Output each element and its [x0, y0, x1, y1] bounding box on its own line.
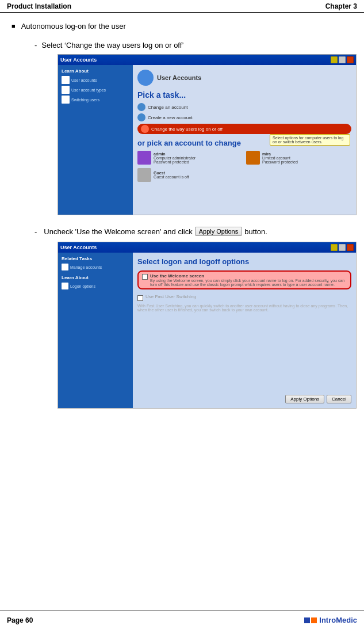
mira-info: mira Limited accountPassword protected: [262, 152, 298, 164]
screenshot2-body: Related Tasks Manage accounts Learn Abou…: [58, 253, 356, 408]
screenshot2: User Accounts Related Tasks Manage a: [58, 242, 357, 409]
bullet-text: Autonomous log-on for the user: [21, 22, 126, 31]
screenshot2-container: User Accounts Related Tasks Manage a: [58, 242, 352, 409]
task-create-label: Create a new account: [148, 115, 193, 120]
guest-avatar: [137, 168, 151, 182]
logon-icon: [62, 283, 68, 289]
sidebar-item-useraccts: User accounts: [62, 76, 129, 84]
step2-row: - Uncheck 'Use the Welcome screen' and c…: [35, 227, 352, 236]
accounts-grid: admin Computer administratorPassword pro…: [137, 151, 351, 182]
step1-row: - Select ‘Change the way users log on or…: [35, 41, 352, 49]
logon-title: Select logon and logoff options: [137, 257, 351, 266]
tooltip-text: Select options for computer users to log…: [273, 136, 343, 144]
screenshot1-tooltip: Select options for computer users to log…: [270, 134, 350, 146]
welcome-desc: By using the Welcome screen, you can sim…: [150, 279, 347, 287]
apply-options-button[interactable]: Apply Options: [285, 395, 324, 403]
guest-desc: Guest account is off: [154, 175, 189, 179]
admin-name: admin: [154, 152, 196, 156]
sidebar2-related-tasks: Related Tasks: [62, 256, 129, 261]
sidebar2-manage: Manage accounts: [62, 264, 129, 270]
screenshot1-container: User Accounts Learn About User accou: [58, 54, 352, 215]
screenshot1-titlebar: User Accounts: [58, 55, 356, 65]
task-change-icon: [137, 103, 145, 111]
page-content: ■ Autonomous log-on for the user - Selec…: [0, 13, 364, 443]
task-change: Change an account: [137, 103, 351, 111]
sidebar-item-types: User account types: [62, 86, 129, 94]
account-mira: mira Limited accountPassword protected: [246, 151, 351, 165]
user-types-icon: [62, 86, 70, 94]
sidebar-title: Learn About: [62, 68, 129, 74]
intromedic-logo: IntroMedic: [304, 616, 357, 624]
guest-info: Guest Guest account is off: [154, 171, 189, 179]
fast-switch-checkbox[interactable]: [137, 295, 143, 301]
sidebar-item-label: Switching users: [71, 98, 99, 102]
step1-text: Select ‘Change the way users log on or o…: [41, 41, 183, 49]
apply-cancel-row: Apply Options Cancel: [285, 395, 351, 403]
titlebar-buttons: [331, 56, 354, 63]
ss1-main-title: User Accounts: [157, 74, 201, 81]
step2-text-post: button.: [244, 227, 267, 236]
apply-options-inline-button[interactable]: Apply Options: [195, 227, 242, 236]
task-create: Create a new account: [137, 113, 351, 121]
fast-switch-title: Use Fast User Switching: [145, 294, 196, 299]
welcome-option: Use the Welcome screen By using the Welc…: [150, 273, 347, 287]
page-number: Page 60: [7, 616, 33, 624]
sidebar-item-label: User account types: [71, 88, 106, 92]
logo-square1: [304, 617, 310, 623]
task-logon-highlighted: Change the way users log on or off: [137, 124, 351, 134]
user-accounts-logo: [137, 70, 154, 86]
manage-accounts-label: Manage accounts: [70, 265, 102, 269]
page-footer: Page 60 IntroMedic: [0, 611, 364, 629]
sidebar2-learn-about: Learn About: [62, 275, 129, 280]
page-header: Product Installation Chapter 3: [0, 0, 364, 13]
switching-icon: [62, 96, 70, 104]
header-chapter: Chapter 3: [325, 2, 357, 10]
bullet-row: ■ Autonomous log-on for the user: [12, 22, 352, 31]
screenshot2-titlebar: User Accounts: [58, 242, 356, 253]
admin-desc: Computer administratorPassword protected: [154, 156, 196, 164]
task-logon-label: Change the way users log on or off: [151, 127, 223, 132]
welcome-check-row: Use the Welcome screen By using the Welc…: [137, 270, 351, 289]
minimize-icon: [331, 56, 338, 63]
fast-switch-desc: With Fast User Switching, you can quickl…: [137, 304, 351, 312]
close-icon2: [347, 244, 354, 251]
step2-text-pre: Uncheck 'Use the Welcome screen' and cli…: [44, 227, 192, 236]
step1-dash: -: [35, 41, 37, 49]
screenshot2-titlebar-buttons: [331, 244, 354, 251]
welcome-checkbox[interactable]: [142, 274, 148, 280]
screenshot2-title: User Accounts: [60, 245, 97, 250]
account-admin: admin Computer administratorPassword pro…: [137, 151, 243, 165]
mira-name: mira: [262, 152, 298, 156]
logo-icon: [304, 617, 317, 623]
maximize-icon: [339, 56, 346, 63]
maximize-icon2: [339, 244, 346, 251]
screenshot2-main: Select logon and logoff options Use the …: [133, 253, 356, 408]
user-accounts-icon: [62, 76, 70, 84]
account-guest: Guest Guest account is off: [137, 168, 243, 182]
mira-avatar: [246, 151, 260, 165]
admin-info: admin Computer administratorPassword pro…: [154, 152, 196, 164]
screenshot1-sidebar: Learn About User accounts User account t…: [58, 65, 133, 215]
minimize-icon2: [331, 244, 338, 251]
close-icon: [347, 56, 354, 63]
step2-container: - Uncheck 'Use the Welcome screen' and c…: [35, 227, 352, 409]
ss1-main-header: User Accounts: [137, 70, 351, 86]
header-product: Product Installation: [7, 2, 71, 10]
task-logon-icon: [141, 125, 149, 133]
manage-icon: [62, 264, 68, 270]
screenshot1-title: User Accounts: [60, 57, 97, 63]
screenshot2-sidebar: Related Tasks Manage accounts Learn Abou…: [58, 253, 133, 408]
screenshot1: User Accounts Learn About User accou: [58, 54, 357, 215]
task-change-label: Change an account: [148, 105, 187, 110]
sidebar2-logon: Logon options: [62, 283, 129, 289]
cancel-button[interactable]: Cancel: [327, 395, 351, 403]
screenshot1-body: Learn About User accounts User account t…: [58, 65, 356, 215]
fast-switch-row: Use Fast User Switching: [137, 294, 351, 302]
step1-container: - Select ‘Change the way users log on or…: [35, 41, 352, 215]
step2-dash: -: [35, 227, 37, 236]
screenshot1-main: User Accounts Pick a task... Change an a…: [133, 65, 356, 215]
sidebar-item-switch: Switching users: [62, 96, 129, 104]
task-create-icon: [137, 113, 145, 121]
bullet-icon: ■: [12, 22, 16, 29]
guest-name: Guest: [154, 171, 189, 175]
